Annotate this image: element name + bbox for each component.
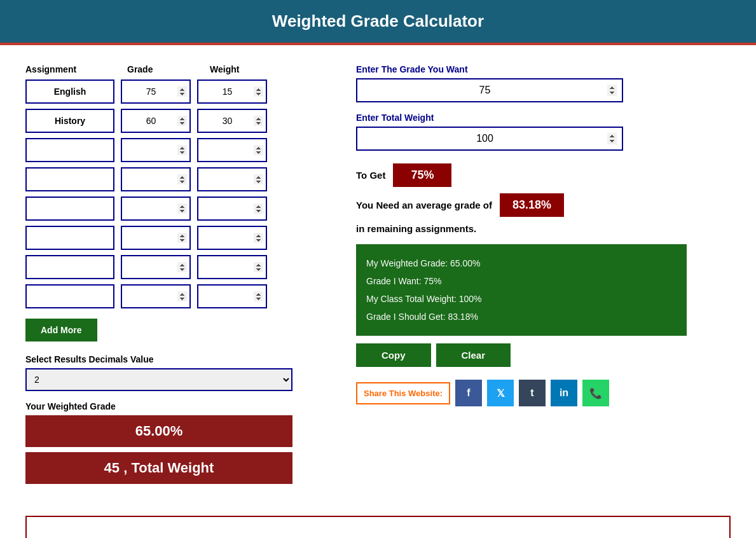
twitter-share-button[interactable]: 𝕏	[487, 380, 514, 406]
grade-want-input[interactable]	[356, 78, 623, 102]
assignment-input-2[interactable]	[25, 109, 114, 133]
whatsapp-icon: 📞	[589, 387, 602, 399]
weighted-grade-section: Your Weighted Grade 65.00% 45 , Total We…	[25, 401, 318, 484]
remaining-text: in remaining assignments.	[356, 223, 731, 234]
grade-column-header: Grade	[127, 64, 197, 74]
assignment-input-5[interactable]	[25, 197, 114, 221]
tumblr-share-button[interactable]: t	[519, 380, 546, 406]
grade-input-6[interactable]	[121, 226, 191, 250]
facebook-icon: f	[467, 387, 470, 399]
clear-button[interactable]: Clear	[436, 343, 511, 367]
assignment-input-4[interactable]	[25, 167, 114, 191]
weight-input-3[interactable]	[197, 138, 267, 162]
add-more-button[interactable]: Add More	[25, 319, 97, 341]
weight-input-2[interactable]	[197, 109, 267, 133]
table-row	[25, 255, 318, 279]
facebook-share-button[interactable]: f	[455, 380, 482, 406]
weight-column-header: Weight	[210, 64, 280, 74]
tumblr-icon: t	[530, 387, 533, 399]
share-section: Share This Website: f 𝕏 t in 📞	[356, 380, 731, 406]
share-label: Share This Website:	[356, 382, 450, 404]
decimals-select[interactable]: 0 1 2 3 4	[25, 368, 292, 391]
need-grade-label: You Need an average grade of	[356, 200, 492, 210]
table-row	[25, 284, 318, 308]
left-panel: Assignment Grade Weight	[25, 64, 318, 484]
linkedin-share-button[interactable]: in	[551, 380, 577, 406]
table-row	[25, 109, 318, 133]
to-get-label: To Get	[356, 170, 385, 181]
need-grade-row: You Need an average grade of 83.18%	[356, 193, 731, 217]
result-line-3: My Class Total Weight: 100%	[366, 290, 677, 308]
weight-input-1[interactable]	[197, 79, 267, 104]
weight-input-7[interactable]	[197, 255, 267, 279]
table-row	[25, 197, 318, 221]
grade-input-8[interactable]	[121, 284, 191, 308]
page-title: Weighted Grade Calculator	[0, 0, 756, 45]
how-to-section: How To Calculate Weighted Grade?	[25, 516, 731, 538]
weighted-grade-label: Your Weighted Grade	[25, 401, 318, 411]
twitter-icon: 𝕏	[497, 387, 505, 399]
decimals-label: Select Results Decimals Value	[25, 354, 318, 364]
assignment-input-7[interactable]	[25, 255, 114, 279]
grade-input-7[interactable]	[121, 255, 191, 279]
to-get-badge: 75%	[393, 163, 451, 187]
weight-input-6[interactable]	[197, 226, 267, 250]
action-buttons: Copy Clear	[356, 343, 731, 367]
decimals-section: Select Results Decimals Value 0 1 2 3 4	[25, 354, 318, 391]
total-weight-section: Enter Total Weight	[356, 113, 731, 151]
need-grade-badge: 83.18%	[500, 193, 564, 217]
grade-input-4[interactable]	[121, 167, 191, 191]
assignment-column-header: Assignment	[25, 64, 114, 74]
assignment-input-6[interactable]	[25, 226, 114, 250]
total-weight-display: 45 , Total Weight	[25, 452, 292, 484]
weight-input-8[interactable]	[197, 284, 267, 308]
results-box: My Weighted Grade: 65.00% Grade I Want: …	[356, 244, 687, 336]
result-line-4: Grade I Should Get: 83.18%	[366, 308, 677, 326]
grade-input-1[interactable]	[121, 79, 191, 104]
grade-input-3[interactable]	[121, 138, 191, 162]
copy-button[interactable]: Copy	[356, 343, 431, 367]
to-get-row: To Get 75%	[356, 163, 731, 187]
grade-input-2[interactable]	[121, 109, 191, 133]
grade-want-section: Enter The Grade You Want	[356, 64, 731, 102]
right-panel: Enter The Grade You Want Enter Total Wei…	[356, 64, 731, 484]
linkedin-icon: in	[560, 387, 568, 399]
weight-input-5[interactable]	[197, 197, 267, 221]
table-row	[25, 138, 318, 162]
header: Weighted Grade Calculator	[0, 0, 756, 45]
table-row	[25, 167, 318, 191]
assignment-input-1[interactable]	[25, 79, 114, 104]
whatsapp-share-button[interactable]: 📞	[582, 380, 609, 406]
grade-want-label: Enter The Grade You Want	[356, 64, 731, 74]
assignment-input-3[interactable]	[25, 138, 114, 162]
assignment-input-8[interactable]	[25, 284, 114, 308]
weight-input-4[interactable]	[197, 167, 267, 191]
total-weight-label: Enter Total Weight	[356, 113, 731, 123]
total-weight-input[interactable]	[356, 127, 623, 151]
column-headers: Assignment Grade Weight	[25, 64, 318, 74]
table-row	[25, 226, 318, 250]
weighted-grade-display: 65.00%	[25, 415, 292, 447]
result-line-1: My Weighted Grade: 65.00%	[366, 254, 677, 272]
result-line-2: Grade I Want: 75%	[366, 272, 677, 290]
table-row	[25, 79, 318, 104]
grade-input-5[interactable]	[121, 197, 191, 221]
